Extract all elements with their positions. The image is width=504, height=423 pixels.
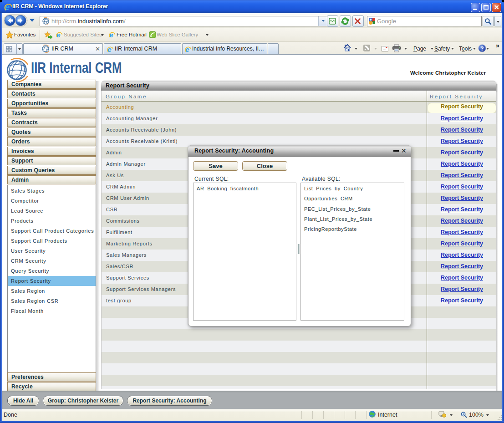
svg-text:?: ? bbox=[480, 46, 484, 52]
